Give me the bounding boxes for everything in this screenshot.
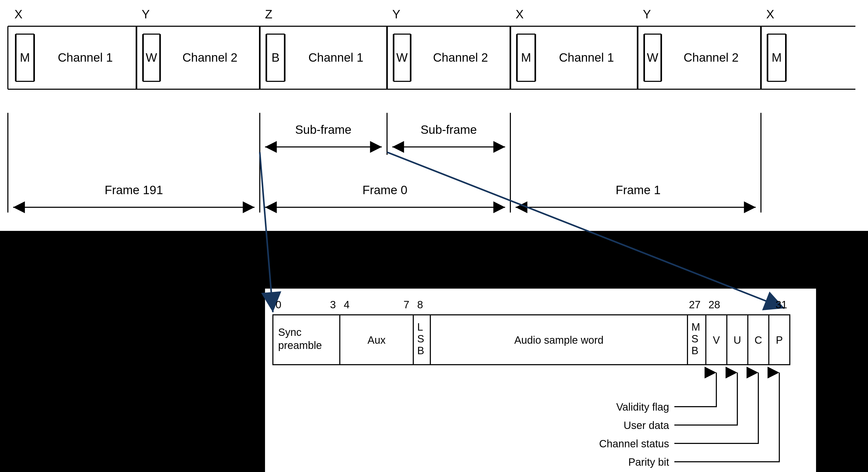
cell-ch1a: Channel 1 xyxy=(58,51,113,64)
cell-w0: W xyxy=(146,51,157,64)
frame-0: Frame 0 xyxy=(362,183,407,197)
cell-b: B xyxy=(272,51,280,64)
bit-31: 31 xyxy=(776,299,787,310)
field-aux: Aux xyxy=(368,334,386,346)
bit-7: 7 xyxy=(404,299,409,310)
field-lsb-l3: B xyxy=(417,345,424,356)
field-u: U xyxy=(734,334,741,346)
legend-parity: Parity bit xyxy=(628,456,669,468)
subframe-0: Sub-frame xyxy=(295,123,351,136)
subframe-1: Sub-frame xyxy=(421,123,477,136)
field-c: C xyxy=(755,334,762,346)
cell-ch1b: Channel 1 xyxy=(308,51,364,64)
bit-3: 3 xyxy=(330,299,336,310)
frame-1: Frame 1 xyxy=(616,183,660,197)
cell-ch1c: Channel 1 xyxy=(559,51,614,64)
bit-27: 27 xyxy=(689,299,701,310)
cell-ch2c: Channel 2 xyxy=(684,51,739,64)
cell-m1: M xyxy=(521,51,531,64)
legend-user: User data xyxy=(624,419,670,431)
cell-w2: W xyxy=(647,51,658,64)
bit-28: 28 xyxy=(709,299,720,310)
legend-channel: Channel status xyxy=(599,438,669,449)
field-sync-l1: Sync xyxy=(278,326,302,338)
cell-w1: W xyxy=(396,51,408,64)
marker-x2: X xyxy=(766,7,774,21)
cell-m0: M xyxy=(20,51,30,64)
cell-m2: M xyxy=(772,51,782,64)
bit-4: 4 xyxy=(344,299,349,310)
field-v: V xyxy=(713,334,720,346)
bit-0: 0 xyxy=(276,299,281,310)
cell-ch2a: Channel 2 xyxy=(182,51,238,64)
frame-191: Frame 191 xyxy=(105,183,163,197)
marker-z: Z xyxy=(265,7,272,21)
field-sync-l2: preamble xyxy=(278,340,322,351)
field-msb-l3: B xyxy=(691,345,699,356)
field-msb-l1: M xyxy=(691,321,700,333)
marker-y1: Y xyxy=(392,7,400,21)
bit-8: 8 xyxy=(417,299,423,310)
svg-rect-50 xyxy=(265,289,816,472)
field-msb-l2: S xyxy=(691,333,699,345)
field-lsb-l2: S xyxy=(417,333,424,345)
marker-y2: Y xyxy=(643,7,651,21)
field-lsb-l1: L xyxy=(417,321,423,333)
marker-x1: X xyxy=(516,7,524,21)
field-audio: Audio sample word xyxy=(514,334,603,346)
marker-y0: Y xyxy=(142,7,150,21)
field-p: P xyxy=(776,334,783,346)
marker-x0: X xyxy=(14,7,23,21)
cell-ch2b: Channel 2 xyxy=(433,51,488,64)
legend-validity: Validity flag xyxy=(616,401,669,413)
